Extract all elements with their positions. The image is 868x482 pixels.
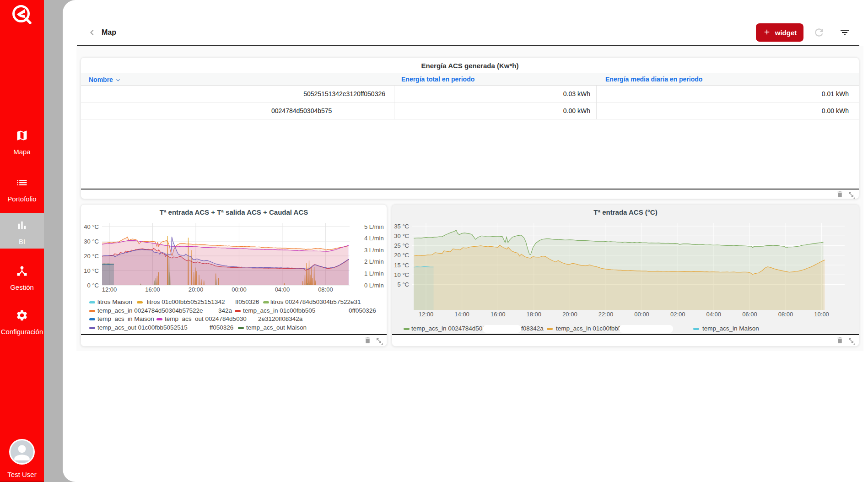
user-label: Test User: [0, 471, 44, 478]
x-axis-label: 18:00: [527, 311, 542, 318]
legend-marker: [404, 328, 410, 330]
legend-marker: [263, 301, 269, 303]
legend-label: temp_acs_in 01c00fbb505: [243, 307, 315, 314]
bar-chart-icon: [16, 219, 28, 232]
column-divider: [596, 86, 597, 119]
sidebar-item-portofolio[interactable]: Portofolio: [0, 173, 44, 206]
y-axis-label: 1 L/min: [364, 270, 384, 277]
x-axis-label: 08:00: [778, 311, 793, 318]
table-row[interactable]: 50525151342e3120ff0503260.03 kWh0.01 kWh: [81, 86, 859, 103]
x-axis-label: 04:00: [275, 286, 290, 293]
sort-caret-icon: [114, 76, 122, 84]
legend-label: temp_acs_in Maison: [97, 315, 154, 322]
x-axis-label: 10:00: [814, 311, 829, 318]
legend-marker: [547, 328, 553, 330]
legend-label: litros 0024784d50304b57522e31: [270, 298, 361, 305]
y-axis-label: 25 °C: [394, 242, 409, 249]
y-axis-label: 30 °C: [394, 233, 409, 239]
main-panel: Map widget Energía ACS generada (Kw*h) N…: [63, 0, 868, 482]
y-axis-label: 5 °C: [398, 281, 409, 288]
table-header-row: NombreEnergía total en periodoEnergía me…: [81, 73, 859, 86]
filter-icon: [839, 27, 850, 38]
x-axis-label: 14:00: [454, 311, 469, 318]
back-button[interactable]: [86, 27, 97, 38]
series-fill-in_maison: [414, 266, 433, 310]
legend-label: temp_acs_out 0024784d5030: [165, 315, 247, 322]
filter-button[interactable]: [839, 27, 850, 38]
y-axis-label: 2 L/min: [364, 258, 384, 265]
legend-marker: [156, 318, 162, 320]
widget-footer: [392, 335, 859, 346]
person-icon: [11, 441, 33, 464]
legend-label: temp_acs_out Maison: [246, 324, 307, 331]
widget-delete-button[interactable]: [836, 190, 844, 199]
y-axis-label: 40 °C: [84, 223, 99, 230]
map-icon: [16, 129, 28, 142]
brand-logo-icon[interactable]: [11, 4, 33, 26]
refresh-icon: [813, 27, 825, 38]
table-row[interactable]: 0024784d50304b5750.00 kWh0.00 kWh: [81, 103, 859, 119]
legend-label: 0ff050326: [349, 307, 376, 314]
gear-icon: [16, 309, 28, 322]
cell-name: 0024784d50304b575: [271, 103, 332, 119]
x-axis-label: 02:00: [670, 311, 685, 318]
legend-label: ff050326: [210, 324, 233, 331]
widget-footer-line: [81, 189, 859, 190]
legend-label: 2e3120ff08342a: [258, 315, 302, 322]
sidebar-item-configuracion[interactable]: Configuración: [0, 306, 44, 339]
series-line-out_maison: [102, 264, 114, 264]
widget-delete-button[interactable]: [836, 336, 844, 346]
widget-resize-handle[interactable]: [847, 337, 856, 347]
x-axis-label: 20:00: [562, 311, 577, 318]
legend-label: f08342a: [521, 325, 544, 332]
legend-marker: [89, 310, 95, 312]
table-column-header[interactable]: Energía media diaria en periodo: [605, 76, 702, 83]
sidebar-item-bi[interactable]: BI: [0, 213, 44, 249]
x-axis-label: 12:00: [419, 311, 434, 318]
table-column-header[interactable]: Nombre: [89, 76, 122, 84]
y-axis-label: 4 L/min: [364, 235, 384, 242]
table-widget-title: Energía ACS generada (Kw*h): [81, 62, 859, 70]
sidebar-item-label: Mapa: [0, 148, 44, 156]
widget-footer: [81, 335, 387, 346]
widget-footer-line: [392, 334, 859, 335]
resize-icon: [847, 191, 856, 199]
y-axis-label: 10 °C: [84, 267, 99, 274]
list-icon: [16, 176, 28, 189]
x-axis-label: 12:00: [102, 286, 117, 293]
cell-total-energy: 0.00 kWh: [563, 103, 590, 119]
widget-resize-handle[interactable]: [847, 191, 856, 199]
sidebar-item-gestion[interactable]: Gestión: [0, 262, 44, 295]
widget-resize-handle[interactable]: [375, 337, 383, 347]
legend-marker: [137, 301, 143, 303]
legend-label: temp_acs_in 0024784d50304b57522e: [97, 307, 203, 314]
y-axis-label: 20 °C: [84, 253, 99, 260]
y-axis-label: 10 °C: [394, 271, 409, 278]
y-axis-label: 35 °C: [394, 223, 409, 230]
sidebar-item-label: Portofolio: [0, 195, 44, 203]
x-axis-label: 04:00: [706, 311, 722, 318]
resize-icon: [847, 337, 856, 345]
y-axis-label: 30 °C: [84, 238, 99, 245]
redaction-box: [483, 325, 521, 333]
plus-icon: [763, 28, 771, 36]
add-widget-button[interactable]: widget: [756, 23, 803, 42]
user-menu[interactable]: Test User: [0, 439, 44, 478]
resize-icon: [375, 337, 383, 345]
legend-label: temp_acs_in 0024784d5030: [411, 325, 489, 332]
legend-marker: [89, 318, 95, 320]
table-column-header[interactable]: Energía total en periodo: [401, 76, 474, 83]
column-divider: [394, 86, 394, 119]
y-axis-label: 0 °C: [87, 282, 99, 289]
sidebar-item-mapa[interactable]: Mapa: [0, 126, 44, 159]
legend-marker: [693, 328, 699, 330]
x-axis-label: 16:00: [145, 286, 160, 293]
refresh-button[interactable]: [813, 27, 825, 38]
legend-label: litros Maison: [97, 298, 132, 305]
dashboard-area: Energía ACS generada (Kw*h) NombreEnergí…: [76, 46, 863, 351]
cell-avg-energy: 0.01 kWh: [822, 86, 849, 103]
widget-delete-button[interactable]: [364, 336, 372, 346]
legend-label: litros 01c00fbb50525151342: [147, 298, 225, 305]
sidebar: MapaPortofolioBIGestiónConfiguración Tes…: [0, 0, 44, 482]
legend-marker: [238, 327, 244, 329]
